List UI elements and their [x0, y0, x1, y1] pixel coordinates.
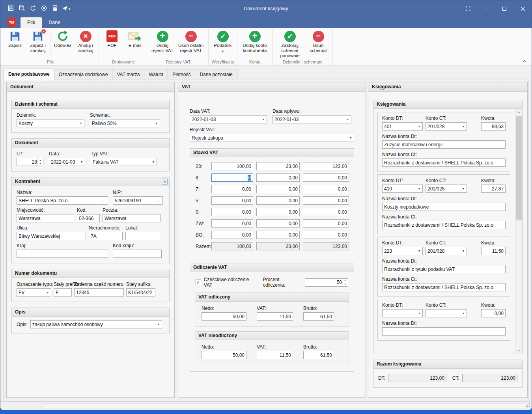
- brutto-field[interactable]: 0,00: [303, 219, 349, 228]
- netto-field[interactable]: 50,00: [202, 312, 246, 321]
- collapse-group-button[interactable]: [162, 179, 168, 185]
- lp-stepper[interactable]: 28: [17, 158, 43, 166]
- vat-field[interactable]: 11,50: [257, 351, 293, 359]
- brutto-field[interactable]: 61,50: [303, 312, 334, 321]
- zastosuj-schemat-ponownie-button[interactable]: Zastosuj schemat ponownie: [274, 29, 306, 58]
- maximize-button[interactable]: [495, 0, 513, 17]
- data-wplywu-select[interactable]: 2022-01-03: [273, 115, 351, 123]
- send-button[interactable]: [60, 3, 71, 15]
- tab-platnosc[interactable]: Płatność: [168, 69, 195, 80]
- fit-window-button[interactable]: [459, 0, 477, 17]
- netto-field-focused[interactable]: 0: [211, 173, 253, 182]
- nazwa-dt-field[interactable]: Zużycie materiałów i energii: [382, 140, 506, 149]
- netto-field[interactable]: 0,00: [211, 208, 253, 216]
- save-button[interactable]: [5, 3, 16, 15]
- ellipsis-button[interactable]: [155, 198, 161, 203]
- vat-field[interactable]: 0,00: [256, 196, 300, 205]
- kwota-field[interactable]: 83,63: [481, 122, 506, 131]
- nazwa-dt-field[interactable]: [382, 327, 506, 336]
- kwota-field[interactable]: 11,50: [481, 247, 506, 255]
- ulica-field[interactable]: Bitwy Warszawskiej: [17, 232, 86, 240]
- nazwa-ct-field[interactable]: Rozrachunki z dostawcami / SHELL Polska …: [382, 221, 506, 229]
- usun-schemat-button[interactable]: Usuń schemat: [306, 29, 331, 53]
- vat-field[interactable]: 0,00: [256, 208, 300, 216]
- save-close-button[interactable]: [16, 3, 27, 15]
- vat-field[interactable]: 11,50: [257, 312, 293, 321]
- ksiegowania-scrollbar[interactable]: [515, 109, 522, 354]
- ellipsis-button[interactable]: [101, 198, 106, 203]
- minimize-button[interactable]: [477, 0, 495, 17]
- konto-ct-select[interactable]: [426, 309, 467, 317]
- opis-select[interactable]: zakup paliwa samochód osobowy: [30, 320, 162, 328]
- data-select[interactable]: 2022-01-03: [49, 158, 85, 166]
- konto-ct-select[interactable]: 201/028: [426, 122, 467, 131]
- zapisz-button[interactable]: Zapisz: [4, 29, 26, 48]
- nazwa-dt-field[interactable]: Rozrachunki z tytułu podatku VAT: [382, 265, 506, 273]
- dodaj-rejestr-vat-button[interactable]: Dodaj rejestr VAT: [150, 29, 175, 53]
- collapse-ribbon-button[interactable]: [522, 59, 527, 64]
- scroll-thumb[interactable]: [516, 116, 522, 220]
- kraj-field[interactable]: [17, 250, 108, 258]
- netto-field[interactable]: 0,00: [211, 196, 253, 205]
- tab-dane-pozostale[interactable]: Dane pozostałe: [195, 69, 237, 80]
- brutto-field[interactable]: 0,00: [303, 231, 349, 239]
- spinner-arrows-icon[interactable]: [342, 279, 348, 286]
- konto-dt-select[interactable]: 410: [382, 185, 423, 193]
- dziennik-select[interactable]: Koszty: [17, 119, 84, 127]
- cancel-button[interactable]: [38, 3, 49, 15]
- poczta-field[interactable]: Warszawa: [103, 214, 161, 222]
- brutto-field[interactable]: 123,00: [303, 162, 349, 170]
- brutto-field[interactable]: 0,00: [303, 208, 349, 216]
- oznaczenie-typu-select[interactable]: FV: [17, 288, 51, 297]
- zmienna-czesc-field[interactable]: 12345: [74, 288, 124, 297]
- typ-vat-select[interactable]: Faktura VAT: [91, 158, 157, 166]
- resize-grip[interactable]: [525, 402, 530, 409]
- kwota-field[interactable]: 27,87: [481, 185, 506, 193]
- ribbon-tab-dane[interactable]: Dane: [42, 17, 67, 28]
- odswiez-button[interactable]: Odśwież: [51, 29, 74, 48]
- brutto-field[interactable]: 61,50: [303, 351, 334, 359]
- netto-field[interactable]: 100,00: [211, 162, 253, 170]
- refresh-button[interactable]: [27, 3, 38, 15]
- kod-field[interactable]: 02-366: [77, 214, 100, 222]
- netto-field[interactable]: 0,00: [211, 185, 253, 193]
- anuluj-i-zamknij-button[interactable]: Anuluj i zamknij: [74, 29, 97, 53]
- tab-dane-podstawowe[interactable]: Dane podstawowe: [4, 69, 54, 80]
- email-button[interactable]: E-mail: [123, 29, 146, 48]
- kod-kraju-field[interactable]: [113, 250, 162, 258]
- data-vat-select[interactable]: 2022-01-03: [190, 115, 267, 123]
- nazwa-field[interactable]: SHELL Polska Sp. zo.o.: [17, 196, 108, 205]
- miejscowosc-field[interactable]: Warszawa: [17, 214, 74, 222]
- konto-dt-select[interactable]: 401: [382, 122, 423, 131]
- konto-dt-select[interactable]: [382, 309, 423, 317]
- app-logo[interactable]: TM: [7, 17, 17, 27]
- staly-sufiks-field[interactable]: K1/5404/22: [126, 288, 155, 297]
- podatnik-button[interactable]: Podatnik: [210, 29, 235, 54]
- staly-prefiks-field[interactable]: F: [54, 288, 72, 297]
- brutto-field[interactable]: 0,00: [303, 185, 349, 193]
- nip-field[interactable]: 5261009190: [113, 196, 163, 205]
- konto-ct-select[interactable]: 201/028: [426, 247, 467, 255]
- scroll-down-icon[interactable]: [516, 347, 522, 354]
- procent-odliczenia-stepper[interactable]: 50: [305, 278, 348, 287]
- tab-waluta[interactable]: Waluta: [144, 69, 168, 80]
- nieruchomosc-field[interactable]: 7A: [89, 232, 123, 240]
- vat-field[interactable]: 23,00: [256, 162, 300, 170]
- nazwa-ct-field[interactable]: Rozrachunki z dostawcami / SHELL Polska …: [382, 159, 506, 167]
- caret-down-icon[interactable]: [68, 6, 71, 11]
- nazwa-dt-field[interactable]: Koszty niepodatkowe: [382, 203, 506, 211]
- usun-ostatni-rejestr-vat-button[interactable]: Usuń ostatni rejestr VAT: [175, 29, 207, 53]
- czesciowe-odliczenie-checkbox[interactable]: [196, 280, 201, 285]
- brutto-field[interactable]: 0,00: [303, 196, 349, 205]
- spinner-arrows-icon[interactable]: [37, 158, 43, 166]
- pdf-button[interactable]: PDF PDF: [101, 29, 123, 48]
- vat-field[interactable]: 0,00: [256, 231, 300, 239]
- schemat-select[interactable]: Paliwo 50%: [90, 119, 160, 127]
- netto-field[interactable]: 0,00: [211, 231, 253, 239]
- konto-dt-select[interactable]: 223: [382, 247, 423, 255]
- zapisz-i-zamknij-button[interactable]: Zapisz i zamknij: [26, 29, 49, 53]
- chevron-down-icon[interactable]: [222, 48, 224, 54]
- netto-field[interactable]: 0,00: [211, 219, 253, 228]
- nazwa-ct-field[interactable]: Rozrachunki z dostawcami / SHELL Polska …: [382, 283, 506, 291]
- close-button[interactable]: [513, 0, 532, 17]
